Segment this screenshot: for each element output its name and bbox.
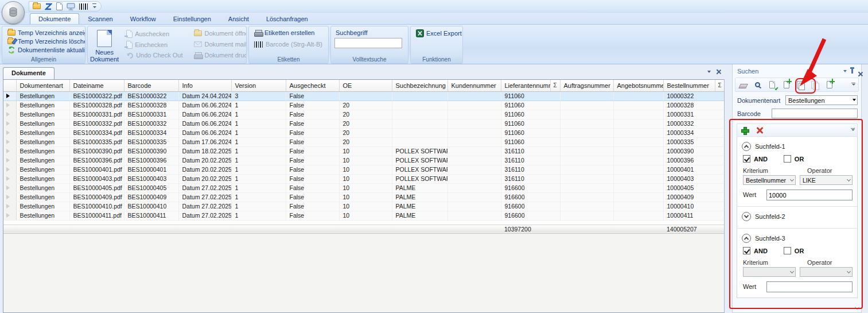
cell[interactable] xyxy=(613,165,663,174)
cell[interactable]: 911060 xyxy=(501,101,560,110)
cell[interactable] xyxy=(560,91,613,101)
cell[interactable]: 20 xyxy=(339,128,392,137)
cell[interactable]: False xyxy=(286,101,339,110)
cell[interactable]: 1 xyxy=(231,202,286,211)
cell[interactable] xyxy=(392,128,447,137)
ribbon-tab-dokumente[interactable]: Dokumente xyxy=(30,13,79,24)
cell[interactable] xyxy=(447,110,501,119)
cell[interactable] xyxy=(560,202,613,211)
cell[interactable]: BES10000328.pdf xyxy=(69,101,124,110)
cell[interactable]: 10000335 xyxy=(663,137,725,146)
table-row[interactable]: BestellungenBES10000328.pdfBES10000328Da… xyxy=(3,101,725,110)
column-header-suchbezeichnung[interactable]: Suchbezeichnung xyxy=(392,80,447,91)
barcode-button[interactable]: Barcode (Strg-Alt-B) xyxy=(252,40,324,48)
cell[interactable]: 911060 xyxy=(501,91,560,101)
cell[interactable]: Bestellungen xyxy=(16,183,69,192)
ribbon-tab-workflow[interactable]: Workflow xyxy=(122,13,165,24)
column-header-auftragsnummer[interactable]: Auftragsnummer xyxy=(560,80,613,91)
cell[interactable] xyxy=(447,211,501,220)
cell[interactable]: Datum 18.02.2025 xyxy=(178,146,231,156)
cell[interactable]: BES10000409 xyxy=(124,192,178,202)
cell[interactable]: False xyxy=(286,183,339,192)
cell[interactable] xyxy=(447,128,501,137)
table-row[interactable]: BestellungenBES10000396.pdfBES10000396Da… xyxy=(3,156,725,165)
copy-icon[interactable] xyxy=(796,80,805,90)
cell[interactable]: 1 xyxy=(231,146,286,156)
cell[interactable]: 10000328 xyxy=(663,101,725,110)
operator-dropdown[interactable]: LIKE xyxy=(800,175,853,185)
table-row[interactable]: BestellungenBES10000390.pdfBES10000390Da… xyxy=(3,146,725,156)
table-row[interactable]: BestellungenBES10000322.pdfBES10000322Da… xyxy=(3,91,725,101)
column-header-kundennummer[interactable]: Kundennummer xyxy=(447,80,501,91)
cell[interactable] xyxy=(447,146,501,156)
document-icon[interactable] xyxy=(56,2,63,10)
cell[interactable] xyxy=(613,192,663,202)
cell[interactable]: 3 xyxy=(231,91,286,101)
cell[interactable] xyxy=(447,183,501,192)
cell[interactable] xyxy=(447,192,501,202)
cell[interactable] xyxy=(392,110,447,119)
cell[interactable]: 10000401 xyxy=(663,165,725,174)
cell[interactable]: POLLEX SOFTWARE ( xyxy=(392,156,447,165)
cell[interactable]: Datum 27.02.2025 xyxy=(178,211,231,220)
cell[interactable]: PALME xyxy=(392,183,447,192)
cell[interactable]: 911060 xyxy=(501,128,560,137)
cell[interactable]: BES10000396.pdf xyxy=(69,156,124,165)
dokument-drucken-button[interactable]: Dokument drucken xyxy=(192,51,247,59)
cell[interactable]: 10 xyxy=(339,183,392,192)
suchfeld-header[interactable]: Suchfeld-3 xyxy=(742,231,853,245)
apply-check-icon[interactable] xyxy=(767,80,777,90)
cell[interactable]: Datum 17.06.2024 xyxy=(178,137,231,146)
cell[interactable]: Bestellungen xyxy=(16,146,69,156)
cell[interactable]: BES10000335 xyxy=(124,137,178,146)
cell[interactable]: BES10000405.pdf xyxy=(69,183,124,192)
cell[interactable] xyxy=(613,211,663,220)
cell[interactable]: 1 xyxy=(231,165,286,174)
cell[interactable] xyxy=(392,101,447,110)
column-header-ausgecheckt[interactable]: Ausgecheckt xyxy=(286,80,339,91)
cell[interactable]: 20 xyxy=(339,110,392,119)
cell[interactable]: False xyxy=(286,156,339,165)
application-menu-button[interactable] xyxy=(2,1,25,24)
sigma-icon[interactable]: Σ xyxy=(550,80,560,91)
cell[interactable] xyxy=(560,192,613,202)
expand-icon[interactable] xyxy=(742,212,751,221)
remove-criteria-icon[interactable] xyxy=(754,125,764,135)
table-row[interactable]: BestellungenBES10000332.pdfBES10000332Da… xyxy=(3,119,725,128)
cell[interactable]: 10000409 xyxy=(663,192,725,202)
dokumentenliste-aktualisieren-button[interactable]: Dokumentenliste aktualisieren xyxy=(6,45,85,55)
clear-icon[interactable] xyxy=(738,80,748,90)
cell[interactable]: Datum 24.04.2024 xyxy=(178,91,231,101)
column-header-info[interactable]: Info xyxy=(178,80,231,91)
cell[interactable]: 10000331 xyxy=(663,110,725,119)
cell[interactable] xyxy=(447,137,501,146)
cell[interactable]: False xyxy=(286,192,339,202)
cell[interactable] xyxy=(339,91,392,101)
cell[interactable]: 1 xyxy=(231,211,286,220)
cell[interactable] xyxy=(392,119,447,128)
cell[interactable]: False xyxy=(286,202,339,211)
cell[interactable]: 10 xyxy=(339,156,392,165)
cell[interactable]: 10000322 xyxy=(663,91,725,101)
cell[interactable]: False xyxy=(286,146,339,156)
cell[interactable] xyxy=(613,183,663,192)
undo-check-out-button[interactable]: Undo Check Out xyxy=(124,51,184,59)
cell[interactable]: 1 xyxy=(231,128,286,137)
collapse-icon[interactable] xyxy=(742,234,751,243)
cell[interactable]: 10 xyxy=(339,192,392,202)
cell[interactable] xyxy=(613,146,663,156)
scroll-down-icon[interactable] xyxy=(855,305,859,310)
cell[interactable]: BES10000334 xyxy=(124,128,178,137)
cell[interactable] xyxy=(392,137,447,146)
cell[interactable]: PALME xyxy=(392,211,447,220)
cell[interactable] xyxy=(560,146,613,156)
cell[interactable]: 10 xyxy=(339,211,392,220)
cell[interactable]: 916600 xyxy=(501,192,560,202)
cell[interactable]: BES10000322.pdf xyxy=(69,91,124,101)
neues-dokument-button[interactable]: Neues Dokument xyxy=(90,28,119,63)
cell[interactable]: 1 xyxy=(231,137,286,146)
cell[interactable]: 1 xyxy=(231,192,286,202)
cell[interactable]: Bestellungen xyxy=(16,192,69,202)
folder-icon[interactable] xyxy=(33,3,41,9)
cell[interactable]: False xyxy=(286,119,339,128)
